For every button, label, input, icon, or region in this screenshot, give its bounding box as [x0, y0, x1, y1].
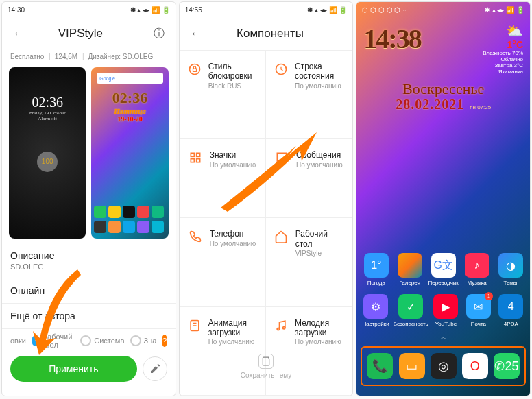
app-label: Музыка [461, 280, 492, 286]
phone-icon [188, 229, 203, 244]
preview1-date: Friday, 19 October [9, 110, 86, 116]
mix-button[interactable] [143, 356, 167, 381]
widget-weather: ⛅ 1°С Влажность 70% Облачно Завтра 3°С Я… [483, 23, 523, 75]
app-Темы[interactable]: ◑Темы [495, 253, 526, 286]
app-icon: ♪ [465, 253, 489, 278]
clock-weather-widget[interactable]: 14:38 ⛅ 1°С Влажность 70% Облачно Завтра… [356, 17, 530, 80]
app-icon: ✉1 [466, 294, 491, 319]
svg-rect-4 [196, 154, 200, 157]
save-icon [258, 354, 274, 369]
cell-title: Значки [210, 150, 256, 160]
app-label: Безопасность [394, 321, 428, 327]
components-grid: Стиль блокировкиBlack RUSСтрока состояни… [180, 50, 353, 396]
radio-unchecked-icon [130, 335, 141, 346]
drawer-handle-icon[interactable]: ︿ [356, 332, 530, 342]
app-icon: ✓ [398, 294, 423, 319]
app-Безопасность[interactable]: ✓Безопасность [394, 294, 428, 327]
chip-desktop[interactable]: Рабочий стол [32, 332, 75, 349]
app-label: Галерея [394, 280, 425, 286]
app-Музыка[interactable]: ♪Музыка [461, 253, 492, 286]
statusbar: ⬡ ⬡ ⬡ ⬡ ⬡ ·· ✱ ▴ ◂▸ 📶 🔋 [356, 2, 530, 17]
edit-icon [149, 363, 160, 374]
back-icon[interactable]: ← [9, 24, 28, 43]
app-Переводчик[interactable]: G文Переводчик [428, 253, 459, 286]
cell-sub: По умолчанию [210, 161, 256, 169]
app-Настройки[interactable]: ⚙Настройки [361, 294, 390, 327]
dock-app-icon[interactable]: ✆25 [494, 353, 520, 379]
component-cell-lock[interactable]: Стиль блокировкиBlack RUS [180, 51, 266, 139]
cell-title: Анимация загрузки [208, 318, 257, 338]
app-icon: ◑ [498, 253, 523, 278]
section-more-from-author[interactable]: Ещё от автора [2, 303, 176, 329]
save-label: Сохранить тему [241, 372, 292, 379]
app-row-1: 1°ПогодаГалереяG文Переводчик♪Музыка◑Темы [356, 249, 530, 290]
svg-point-9 [283, 326, 285, 328]
section-online[interactable]: Онлайн [2, 278, 176, 303]
chip-icons-label: Зна [144, 337, 157, 345]
app-icon: 1° [364, 253, 389, 278]
save-theme-button[interactable]: Сохранить тему [180, 354, 353, 379]
component-chips: овки Рабочий стол Система Зна ? [10, 332, 167, 349]
preview-lockscreen[interactable]: 02:36 Friday, 19 October Alarm off 100 [9, 67, 86, 239]
dock-app-icon[interactable]: ◎ [431, 353, 457, 379]
meta-designer: Дизайнер: SD.OLEG [88, 53, 156, 60]
chip-icons-partial[interactable]: Зна [130, 335, 157, 346]
preview-homescreen[interactable]: Google 02:36 Пятница 19-10-20 [91, 67, 168, 239]
weather-cloud-icon: ⛅ [483, 23, 523, 39]
theme-meta: Бесплатно 124,6M Дизайнер: SD.OLEG [2, 50, 176, 63]
statusbar: 14:55 ✱ ▴ ◂▸ 📶 🔋 [180, 2, 353, 17]
statusbar-icons-right: ✱ ▴ ◂▸ 📶 🔋 [130, 6, 170, 14]
app-row-2: ⚙Настройки✓Безопасность▶YouTube✉1Почта44… [356, 290, 530, 331]
radio-unchecked-icon [80, 335, 91, 346]
badge: 25 [505, 359, 518, 374]
lock-icon [188, 62, 202, 77]
chip-system[interactable]: Система [80, 335, 124, 346]
chat-icon [274, 150, 289, 165]
component-cell-phone[interactable]: ТелефонПо умолчанию [180, 218, 266, 306]
preview1-alarm: Alarm off [9, 116, 86, 121]
weather-location: Якиманка [483, 69, 523, 75]
info-icon[interactable]: ⓘ [149, 24, 169, 43]
preview2-date: 19-10-20 [91, 115, 168, 123]
svg-rect-5 [191, 159, 194, 162]
dock-app-icon[interactable]: O [462, 353, 488, 379]
component-cell-icons[interactable]: ЗначкиПо умолчанию [180, 139, 266, 218]
weather-humidity: Влажность 70% [483, 50, 523, 56]
app-Погода[interactable]: 1°Погода [361, 253, 391, 286]
preview2-clock: 02:36 [91, 89, 168, 107]
cell-sub: По умолчанию [295, 82, 343, 90]
app-YouTube[interactable]: ▶YouTube [431, 294, 461, 327]
page-title: VIPStyle [34, 27, 128, 40]
svg-point-0 [189, 64, 200, 75]
cell-title: Стиль блокировки [208, 62, 257, 82]
statusbar: 14:30 ✱ ▴ ◂▸ 📶 🔋 [2, 2, 176, 17]
svg-rect-6 [196, 159, 200, 162]
chip-desktop-label: Рабочий стол [43, 332, 75, 349]
app-Галерея[interactable]: Галерея [394, 253, 425, 286]
component-cell-anim[interactable]: Анимация загрузкиПо умолчанию [180, 307, 266, 396]
section-description: Описание SD.OLEG [2, 243, 176, 278]
badge: 1 [485, 292, 493, 300]
back-icon[interactable]: ← [186, 24, 206, 43]
preview2-iconrow [94, 221, 165, 233]
widget-clock: 14:38 [363, 23, 420, 75]
cell-sub: Black RUS [208, 82, 257, 90]
section-desc-body: SD.OLEG [10, 263, 167, 271]
component-cell-audio[interactable]: Мелодия загрузкиПо умолчанию [266, 307, 352, 396]
component-cell-home[interactable]: Рабочий столVIPStyle [266, 218, 352, 306]
section-desc-title: Описание [10, 250, 167, 261]
svg-point-8 [277, 328, 279, 330]
app-Почта[interactable]: ✉1Почта [463, 294, 493, 327]
dock-app-icon[interactable]: 📞 [367, 353, 393, 379]
apply-button[interactable]: Применить [10, 356, 137, 382]
component-cell-status[interactable]: Строка состоянияПо умолчанию [266, 51, 352, 139]
help-icon[interactable]: ? [162, 335, 167, 347]
section-more-title: Ещё от автора [10, 311, 167, 322]
chip-partial-left[interactable]: овки [10, 337, 26, 345]
dock-app-icon[interactable]: ▭ [399, 353, 425, 379]
cell-title: Рабочий стол [295, 229, 344, 249]
component-cell-chat[interactable]: СообщенияПо умолчанию [266, 139, 352, 218]
app-label: Почта [463, 321, 493, 327]
app-4PDA[interactable]: 44PDA [496, 294, 526, 327]
preview1-clock: 02:36 [9, 95, 86, 110]
